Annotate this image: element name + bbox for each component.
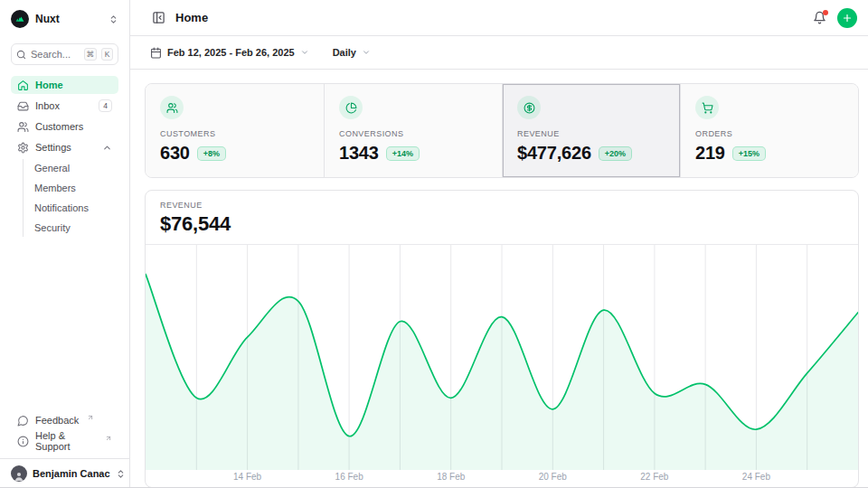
sidebar-footer: Feedback Help & Support: [11, 411, 118, 458]
chart-header: REVENUE $76,544: [146, 191, 858, 245]
chart-area: 14 Feb16 Feb18 Feb20 Feb22 Feb24 Feb: [146, 245, 858, 487]
stat-card-conversions[interactable]: CONVERSIONS 1343 +14%: [324, 84, 502, 177]
chart-label: REVENUE: [160, 201, 844, 210]
user-name: Benjamin Canac: [33, 468, 110, 479]
sidebar-item-settings[interactable]: Settings: [11, 138, 118, 156]
sidebar-item-label: Home: [35, 80, 63, 90]
user-menu[interactable]: Benjamin Canac: [0, 458, 129, 488]
delta-badge: +15%: [732, 146, 766, 161]
add-button[interactable]: [837, 8, 857, 28]
workspace-name: Nuxt: [35, 13, 60, 25]
dashboard-app: Nuxt ⌘ K Home Inb: [0, 0, 868, 488]
x-axis-tick: 14 Feb: [233, 472, 261, 482]
notifications-button[interactable]: [811, 9, 828, 26]
top-header: Home: [130, 0, 868, 36]
sidebar-item-general[interactable]: General: [28, 159, 118, 177]
sidebar-item-label: Settings: [35, 142, 71, 153]
content: CUSTOMERS 630 +8% CONVERSIONS 1343 +14%: [130, 70, 868, 488]
chevron-down-icon: [300, 48, 309, 57]
delta-badge: +20%: [599, 146, 632, 161]
collapse-sidebar-button[interactable]: [150, 9, 167, 26]
sidebar-item-feedback[interactable]: Feedback: [11, 411, 118, 429]
kbd-k: K: [101, 48, 113, 61]
date-range-label: Feb 12, 2025 - Feb 26, 2025: [167, 47, 295, 58]
panel-left-close-icon: [152, 11, 165, 24]
main-area: Home Feb 12, 2025 - Feb 26, 2025: [130, 0, 868, 488]
x-axis-tick: 22 Feb: [640, 472, 668, 482]
sidebar-item-label: Inbox: [35, 100, 60, 111]
pie-chart-icon: [339, 96, 363, 119]
sidebar-item-customers[interactable]: Customers: [11, 117, 118, 136]
stat-card-customers[interactable]: CUSTOMERS 630 +8%: [146, 84, 324, 177]
sidebar-item-members[interactable]: Members: [28, 179, 118, 197]
x-axis: 14 Feb16 Feb18 Feb20 Feb22 Feb24 Feb: [146, 470, 858, 487]
info-circle-icon: [17, 436, 29, 447]
stat-label: CONVERSIONS: [339, 129, 487, 138]
period-label: Daily: [333, 47, 356, 58]
stat-value: 630: [160, 143, 190, 164]
sidebar-item-inbox[interactable]: Inbox 4: [11, 97, 118, 115]
plus-icon: [842, 13, 853, 23]
sidebar-item-help-support[interactable]: Help & Support: [11, 432, 118, 450]
stat-label: CUSTOMERS: [160, 129, 309, 138]
date-range-picker[interactable]: Feb 12, 2025 - Feb 26, 2025: [150, 47, 309, 59]
x-axis-tick: 20 Feb: [539, 472, 567, 482]
revenue-chart-plot[interactable]: [146, 245, 858, 470]
chevrons-up-down-icon: [116, 469, 126, 479]
sidebar-item-label: Help & Support: [35, 430, 97, 452]
period-select[interactable]: Daily: [333, 47, 371, 58]
sidebar-item-label: Customers: [35, 121, 83, 132]
home-icon: [17, 80, 29, 91]
sidebar-item-label: Feedback: [35, 415, 79, 426]
chevrons-up-down-icon: [108, 14, 118, 24]
stat-label: REVENUE: [517, 129, 665, 138]
delta-badge: +14%: [386, 146, 420, 161]
user-avatar: [11, 465, 27, 482]
calendar-icon: [150, 47, 162, 59]
external-link-icon: [87, 414, 94, 421]
chevron-down-icon: [362, 48, 371, 57]
users-icon: [17, 121, 29, 133]
gear-icon: [17, 142, 29, 154]
message-bubble-icon: [17, 415, 29, 427]
sidebar-nav: Home Inbox 4 Customers Settings: [11, 76, 118, 239]
shopping-cart-icon: [695, 96, 719, 119]
search-input[interactable]: [31, 49, 80, 60]
search-box: ⌘ K: [11, 43, 118, 65]
stat-label: ORDERS: [695, 129, 844, 138]
users-icon: [160, 96, 184, 119]
kbd-cmd: ⌘: [84, 48, 98, 61]
sidebar: Nuxt ⌘ K Home Inb: [0, 0, 130, 488]
inbox-count-badge: 4: [99, 99, 112, 112]
inbox-icon: [17, 100, 29, 112]
dollar-circle-icon: [517, 96, 541, 119]
page-title: Home: [175, 11, 208, 24]
workspace-selector[interactable]: Nuxt: [11, 0, 118, 38]
sidebar-item-notifications[interactable]: Notifications: [28, 199, 118, 217]
settings-subnav: General Members Notifications Security: [23, 159, 118, 237]
search-icon: [16, 50, 26, 60]
chart-value: $76,544: [160, 212, 844, 236]
external-link-icon: [105, 435, 112, 442]
topbar-actions: [811, 8, 857, 28]
delta-badge: +8%: [197, 146, 226, 161]
notification-dot: [823, 10, 828, 15]
stat-value: $477,626: [517, 143, 591, 164]
filters-toolbar: Feb 12, 2025 - Feb 26, 2025 Daily: [130, 36, 868, 70]
stats-row: CUSTOMERS 630 +8% CONVERSIONS 1343 +14%: [145, 83, 859, 178]
nuxt-logo-icon: [11, 10, 29, 28]
chevron-up-icon: [102, 143, 112, 153]
stat-card-revenue[interactable]: REVENUE $477,626 +20%: [502, 84, 680, 177]
x-axis-tick: 24 Feb: [742, 472, 770, 482]
x-axis-tick: 16 Feb: [335, 472, 363, 482]
x-axis-tick: 18 Feb: [437, 472, 465, 482]
stat-value: 1343: [339, 143, 379, 164]
sidebar-item-security[interactable]: Security: [28, 219, 118, 237]
stat-value: 219: [695, 143, 725, 164]
sidebar-item-home[interactable]: Home: [11, 76, 118, 94]
stat-card-orders[interactable]: ORDERS 219 +15%: [680, 84, 858, 177]
revenue-chart-card: REVENUE $76,544 14 Feb16 Feb18 Feb20 Feb…: [145, 190, 859, 488]
